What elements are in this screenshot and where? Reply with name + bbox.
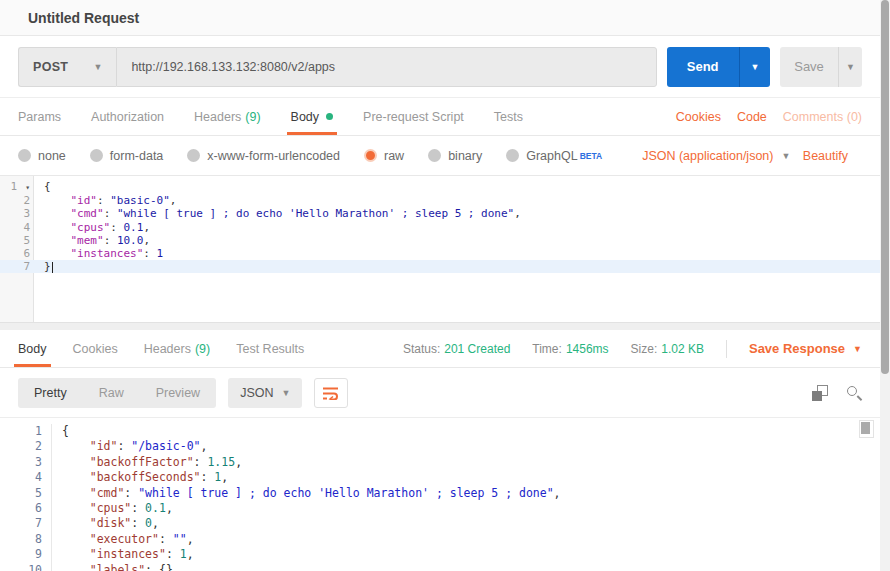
copy-icon[interactable] — [812, 385, 828, 401]
code-text: "cpus": 0.1, — [34, 221, 150, 234]
code-line: 4 "backoffSeconds": 1, — [0, 470, 880, 485]
save-options-button[interactable]: ▼ — [838, 47, 862, 87]
view-mode-segment: Pretty Raw Preview — [18, 378, 216, 408]
code-text: "backoffFactor": 1.15, — [52, 455, 242, 470]
code-text: { — [34, 180, 51, 194]
comments-link[interactable]: Comments (0) — [783, 110, 862, 124]
raw-tab[interactable]: Raw — [83, 378, 140, 408]
wrap-text-icon — [322, 386, 340, 400]
response-format-select[interactable]: JSON ▼ — [228, 378, 302, 408]
code-line: 3 "backoffFactor": 1.15, — [0, 455, 880, 470]
code-link[interactable]: Code — [737, 110, 767, 124]
code-line: 10 "labels": {}, — [0, 563, 880, 571]
cookies-link[interactable]: Cookies — [676, 110, 721, 124]
pretty-tab[interactable]: Pretty — [18, 378, 83, 408]
radio-binary[interactable]: binary — [428, 149, 482, 163]
chevron-down-icon: ▼ — [281, 388, 290, 398]
tab-response-headers[interactable]: Headers(9) — [144, 330, 211, 367]
editor-scrollbar[interactable] — [859, 420, 874, 438]
radio-icon — [506, 149, 519, 162]
tab-pre-request-script[interactable]: Pre-request Script — [363, 98, 464, 135]
window-scrollbar[interactable] — [880, 0, 890, 571]
time-badge: Time:1456ms — [532, 342, 608, 356]
tab-body[interactable]: Body — [291, 98, 334, 135]
radio-form-data[interactable]: form-data — [90, 149, 164, 163]
response-toolbar-right — [812, 385, 862, 401]
request-body-editor[interactable]: 1▾{2 "id": "basic-0",3 "cmd": "while [ t… — [0, 176, 880, 322]
content-type-select[interactable]: JSON (application/json) ▼ — [642, 149, 790, 163]
method-select[interactable]: POST ▼ — [18, 47, 116, 87]
fold-caret-icon[interactable]: ▾ — [20, 181, 30, 194]
body-type-bar: none form-data x-www-form-urlencoded raw… — [0, 136, 880, 176]
postman-request-view: Untitled Request POST ▼ Send ▼ Save ▼ Pa… — [0, 0, 880, 571]
code-line: 7 "disk": 0, — [0, 516, 880, 531]
save-label[interactable]: Save — [780, 47, 838, 87]
code-line: 5 "cmd": "while [ true ] ; do echo 'Hell… — [0, 486, 880, 501]
request-header: Untitled Request — [0, 0, 880, 36]
radio-x-www-form-urlencoded[interactable]: x-www-form-urlencoded — [187, 149, 340, 163]
tab-authorization[interactable]: Authorization — [91, 98, 164, 135]
tab-headers[interactable]: Headers(9) — [194, 98, 261, 135]
code-line: 9 "instances": 1, — [0, 547, 880, 562]
radio-graphql[interactable]: GraphQL BETA — [506, 149, 602, 163]
tab-tests[interactable]: Tests — [494, 98, 523, 135]
send-options-button[interactable]: ▼ — [739, 47, 771, 87]
line-number: 8 — [0, 532, 52, 547]
active-tab-underline — [287, 132, 338, 135]
wrap-text-button[interactable] — [314, 378, 348, 408]
code-text: } — [34, 260, 53, 273]
line-number: 7 — [0, 260, 34, 273]
radio-icon — [90, 149, 103, 162]
save-button[interactable]: Save ▼ — [780, 47, 862, 87]
scrollbar-thumb[interactable] — [861, 422, 870, 434]
chevron-down-icon: ▼ — [750, 62, 759, 72]
radio-icon — [18, 149, 31, 162]
line-number: 1▾ — [0, 180, 34, 194]
radio-raw[interactable]: raw — [364, 149, 404, 163]
request-tabs-right: Cookies Code Comments (0) — [676, 98, 862, 135]
tab-response-cookies[interactable]: Cookies — [73, 330, 118, 367]
save-response-button[interactable]: Save Response ▼ — [749, 341, 862, 356]
send-label[interactable]: Send — [667, 47, 739, 87]
line-number: 4 — [0, 221, 34, 234]
code-text: "cmd": "while [ true ] ; do echo 'Hello … — [52, 486, 561, 501]
line-number: 2 — [0, 194, 34, 207]
code-text: "backoffSeconds": 1, — [52, 470, 228, 485]
response-status-group: Status:201 Created Time:1456ms Size:1.02… — [403, 330, 862, 367]
active-tab-underline — [14, 364, 51, 367]
code-line: 1▾{ — [0, 180, 880, 194]
tab-response-body[interactable]: Body — [18, 330, 47, 367]
code-text: "id": "basic-0", — [34, 194, 176, 207]
radio-icon — [187, 149, 200, 162]
code-line: 2 "id": "/basic-0", — [0, 439, 880, 454]
line-number: 7 — [0, 516, 52, 531]
send-button[interactable]: Send ▼ — [667, 47, 770, 87]
code-line: 5 "mem": 10.0, — [0, 234, 880, 247]
radio-icon — [428, 149, 441, 162]
code-text: "mem": 10.0, — [34, 234, 150, 247]
code-text: "cpus": 0.1, — [52, 501, 173, 516]
line-number: 6 — [0, 247, 34, 260]
url-input[interactable] — [116, 47, 656, 87]
code-line: 7} — [0, 260, 880, 273]
radio-selected-icon — [364, 149, 377, 162]
code-line: 4 "cpus": 0.1, — [0, 221, 880, 234]
search-icon[interactable] — [846, 385, 862, 401]
tab-params[interactable]: Params — [18, 98, 61, 135]
code-line: 1{ — [0, 424, 880, 439]
line-number: 1 — [0, 424, 52, 439]
response-toolbar: Pretty Raw Preview JSON ▼ — [0, 368, 880, 418]
code-line: 8 "executor": "", — [0, 532, 880, 547]
window-scrollbar-thumb[interactable] — [881, 0, 889, 374]
text-cursor — [52, 262, 53, 273]
method-value: POST — [33, 60, 68, 74]
line-number: 5 — [0, 234, 34, 247]
beautify-link[interactable]: Beautify — [803, 149, 848, 163]
code-text: "id": "/basic-0", — [52, 439, 207, 454]
radio-none[interactable]: none — [18, 149, 66, 163]
tab-test-results[interactable]: Test Results — [236, 330, 304, 367]
response-body-viewer[interactable]: 1{2 "id": "/basic-0",3 "backoffFactor": … — [0, 418, 880, 571]
request-tabs: Params Authorization Headers(9) Body Pre… — [0, 98, 880, 136]
preview-tab[interactable]: Preview — [140, 378, 216, 408]
line-number: 6 — [0, 501, 52, 516]
